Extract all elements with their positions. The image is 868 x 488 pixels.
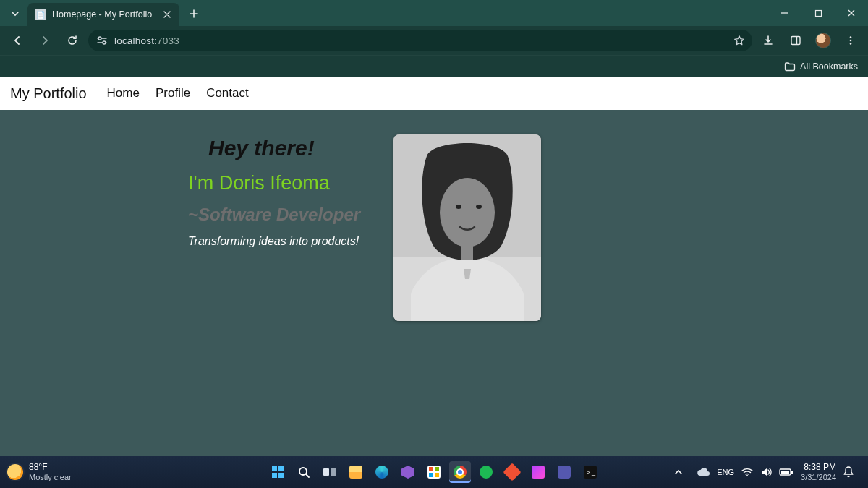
- tray-notifications-button[interactable]: [843, 466, 854, 478]
- tab-strip: 📄 Homepage - My Portfolio: [0, 0, 868, 26]
- downloads-button[interactable]: [757, 29, 780, 52]
- browser-tab[interactable]: 📄 Homepage - My Portfolio: [27, 3, 179, 26]
- svg-point-10: [456, 205, 461, 209]
- nav-reload-button[interactable]: [61, 29, 84, 52]
- taskbar-app-generic-1[interactable]: [527, 461, 549, 483]
- svg-rect-12: [461, 244, 473, 260]
- cloud-icon: [697, 468, 710, 476]
- tray-wifi-icon[interactable]: [741, 468, 753, 476]
- reload-icon: [67, 35, 78, 46]
- hero-section: Hey there! I'm Doris Ifeoma ~Software De…: [0, 110, 868, 321]
- side-panel-button[interactable]: [784, 29, 807, 52]
- window-minimize-button[interactable]: [768, 0, 801, 26]
- taskbar-app-terminal[interactable]: ＞_: [579, 461, 601, 483]
- browser-menu-button[interactable]: [839, 29, 862, 52]
- tray-date: 3/31/2024: [801, 473, 836, 482]
- taskbar-app-spotify[interactable]: [475, 461, 497, 483]
- download-icon: [762, 35, 774, 46]
- terminal-icon: ＞_: [584, 466, 597, 479]
- hero-tagline: Transforming ideas into products!: [188, 235, 360, 248]
- weather-temp: 88°F: [29, 463, 72, 472]
- taskbar-app-explorer[interactable]: [345, 461, 367, 483]
- teams-icon: [558, 466, 571, 479]
- bookmarks-bar: All Bookmarks: [0, 55, 868, 77]
- tray-onedrive-icon[interactable]: [697, 468, 710, 476]
- task-view-button[interactable]: [319, 461, 341, 483]
- close-icon: [847, 9, 856, 17]
- svg-point-20: [746, 475, 748, 476]
- close-icon: [163, 11, 171, 18]
- hero-name: I'm Doris Ifeoma: [188, 172, 360, 194]
- svg-point-4: [850, 36, 852, 38]
- tab-title: Homepage - My Portfolio: [52, 9, 155, 20]
- folder-icon: [784, 61, 796, 72]
- nav-back-button[interactable]: [6, 29, 29, 52]
- new-tab-button[interactable]: [184, 4, 204, 24]
- address-bar[interactable]: localhost:7033: [88, 30, 752, 51]
- tray-language-icon[interactable]: ENG: [717, 468, 734, 476]
- svg-rect-16: [278, 473, 284, 478]
- site-brand: My Portfolio: [10, 85, 87, 102]
- chrome-icon: [454, 466, 467, 479]
- taskbar-app-teams[interactable]: [553, 461, 575, 483]
- svg-point-1: [98, 37, 101, 40]
- minimize-icon: [780, 9, 789, 17]
- tray-volume-icon[interactable]: [760, 467, 772, 477]
- speaker-icon: [760, 467, 772, 477]
- page-viewport: My Portfolio Home Profile Contact Hey th…: [0, 77, 868, 456]
- svg-rect-22: [781, 471, 789, 474]
- taskbar-app-visualstudio[interactable]: [397, 461, 419, 483]
- site-navbar: My Portfolio Home Profile Contact: [0, 77, 868, 110]
- page-favicon-icon: 📄: [35, 9, 46, 20]
- avatar-icon: [815, 33, 831, 48]
- hero-text: Hey there! I'm Doris Ifeoma ~Software De…: [188, 134, 360, 321]
- weather-icon: [7, 464, 23, 480]
- window-controls: [768, 0, 868, 26]
- panel-icon: [790, 35, 801, 46]
- svg-rect-23: [791, 471, 793, 474]
- nav-link-profile[interactable]: Profile: [156, 86, 190, 100]
- all-bookmarks-label: All Bookmarks: [800, 61, 858, 72]
- system-tray: ENG 8:38 PM 3/31/2024: [668, 461, 868, 483]
- windows-taskbar: 88°F Mostly clear ＞_ ENG 8:38 PM: [0, 456, 868, 488]
- tab-close-button[interactable]: [161, 8, 174, 21]
- browser-toolbar: localhost:7033: [0, 26, 868, 55]
- tray-battery-icon[interactable]: [779, 468, 793, 476]
- tray-overflow-button[interactable]: [668, 461, 689, 483]
- svg-rect-13: [272, 466, 277, 471]
- taskbar-app-git[interactable]: [501, 461, 523, 483]
- url-text: localhost:7033: [114, 35, 179, 46]
- start-button[interactable]: [267, 461, 289, 483]
- svg-rect-15: [272, 473, 277, 478]
- taskbar-weather-widget[interactable]: 88°F Mostly clear: [0, 463, 72, 481]
- site-info-button[interactable]: [95, 34, 109, 47]
- arrow-left-icon: [12, 35, 23, 46]
- nav-forward-button[interactable]: [33, 29, 56, 52]
- taskbar-app-chrome[interactable]: [449, 461, 471, 483]
- tray-clock[interactable]: 8:38 PM 3/31/2024: [801, 463, 836, 481]
- tray-time: 8:38 PM: [801, 463, 836, 473]
- wifi-icon: [741, 468, 753, 476]
- hero-greeting: Hey there!: [208, 136, 360, 160]
- bookmark-star-button[interactable]: [733, 35, 745, 46]
- edge-icon: [375, 466, 388, 479]
- window-maximize-button[interactable]: [801, 0, 835, 26]
- taskbar-app-store[interactable]: [423, 461, 445, 483]
- svg-rect-14: [278, 466, 284, 471]
- all-bookmarks-button[interactable]: All Bookmarks: [784, 61, 858, 72]
- arrow-right-icon: [39, 35, 51, 46]
- svg-rect-3: [791, 37, 800, 45]
- taskbar-app-edge[interactable]: [371, 461, 393, 483]
- file-explorer-icon: [349, 466, 362, 479]
- svg-point-11: [476, 205, 482, 209]
- tab-search-dropdown[interactable]: [6, 4, 25, 23]
- profile-avatar-button[interactable]: [812, 29, 835, 52]
- svg-rect-18: [323, 468, 329, 476]
- nav-link-home[interactable]: Home: [107, 86, 140, 100]
- hero-role: ~Software Developer: [188, 205, 360, 225]
- weather-condition: Mostly clear: [29, 473, 72, 481]
- taskbar-search-button[interactable]: [293, 461, 315, 483]
- svg-rect-19: [331, 468, 336, 476]
- window-close-button[interactable]: [835, 0, 868, 26]
- nav-link-contact[interactable]: Contact: [206, 86, 249, 100]
